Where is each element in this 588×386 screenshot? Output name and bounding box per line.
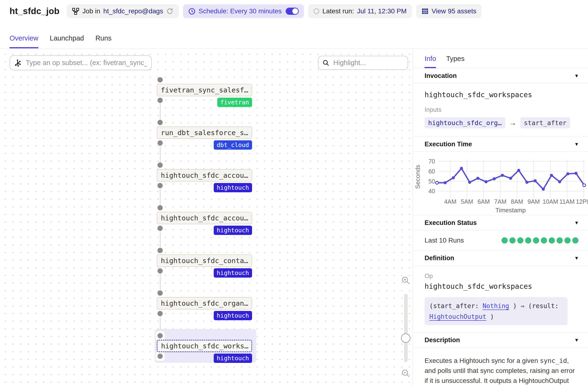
execution-time-chart-svg: 405060704AM5AM6AM7AM8AM9AM10AM11AM12PMTi… xyxy=(414,154,588,214)
invocation-section-header[interactable]: Invocation ▼ xyxy=(413,68,588,83)
node-output-handle xyxy=(157,140,163,146)
run-status-dot[interactable] xyxy=(533,237,539,243)
svg-text:40: 40 xyxy=(428,188,435,194)
run-status-dots xyxy=(502,237,578,243)
dag-node[interactable]: run_dbt_salesforce_s… xyxy=(157,127,252,139)
invocation-op-name: hightouch_sfdc_workspaces xyxy=(424,90,577,99)
node-tag[interactable]: hightouch xyxy=(214,183,252,192)
run-status-dot[interactable] xyxy=(565,237,571,243)
collapse-caret-icon: ▼ xyxy=(574,256,579,261)
svg-text:6AM: 6AM xyxy=(478,198,490,205)
svg-text:9AM: 9AM xyxy=(527,198,540,205)
node-output-handle xyxy=(157,183,163,188)
run-status-dot[interactable] xyxy=(502,237,508,243)
node-tag-row: hightouch xyxy=(157,183,252,192)
collapse-caret-icon: ▼ xyxy=(574,73,579,79)
signature-text: ) xyxy=(486,313,494,320)
run-status-dot[interactable] xyxy=(509,237,516,243)
node-input-handle xyxy=(157,248,163,253)
view-assets-pill[interactable]: View 95 assets xyxy=(416,4,482,18)
svg-text:50: 50 xyxy=(428,178,435,185)
execution-time-header-label: Execution Time xyxy=(424,141,472,148)
description-segment: Executes a Hightouch sync for a given xyxy=(424,357,540,364)
node-output-handle xyxy=(157,98,163,103)
execution-status-header-label: Execution Status xyxy=(424,219,477,227)
node-tag[interactable]: hightouch xyxy=(214,268,252,278)
node-output-handle xyxy=(157,226,163,231)
svg-text:10AM: 10AM xyxy=(543,198,558,205)
node-tag[interactable]: hightouch xyxy=(214,226,252,235)
node-input-handle xyxy=(157,333,163,338)
zoom-slider-track[interactable] xyxy=(404,294,408,362)
dag-canvas[interactable]: fivetran_sync_salesf…fivetranrun_dbt_sal… xyxy=(0,48,413,386)
svg-text:4AM: 4AM xyxy=(444,198,456,205)
execution-status-section-header[interactable]: Execution Status ▼ xyxy=(413,215,588,230)
svg-text:11AM: 11AM xyxy=(559,198,574,205)
node-output-handle xyxy=(157,311,163,316)
zoom-in-icon[interactable] xyxy=(401,276,410,286)
zoom-slider-thumb[interactable] xyxy=(401,333,411,343)
inputs-row: hightouch_sfdc_org… → start_after xyxy=(424,117,577,129)
node-tag[interactable]: fivetran xyxy=(217,98,252,107)
output-type-link[interactable]: HightouchOutput xyxy=(429,313,486,320)
definition-header-label: Definition xyxy=(424,255,454,262)
node-tag[interactable]: hightouch xyxy=(214,354,252,363)
node-input-handle xyxy=(157,163,163,168)
panel-tab-bar: InfoTypes xyxy=(413,48,588,68)
definition-body: Op hightouch_sfdc_workspaces (start_afte… xyxy=(413,266,588,333)
node-tag-row: hightouch xyxy=(157,354,252,363)
run-status-dot[interactable] xyxy=(572,237,578,243)
input-arrow-icon: → xyxy=(509,119,517,127)
node-tag-row: hightouch xyxy=(157,268,252,278)
op-label: Op xyxy=(424,272,577,280)
dag-node[interactable]: hightouch_sfdc_works… xyxy=(157,340,252,352)
svg-text:Seconds: Seconds xyxy=(414,165,421,189)
node-tag[interactable]: dbt_cloud xyxy=(214,140,252,150)
node-tag-row: hightouch xyxy=(157,226,252,235)
node-tag[interactable]: hightouch xyxy=(214,311,252,320)
svg-text:Timestamp: Timestamp xyxy=(495,207,526,214)
execution-time-section-header[interactable]: Execution Time ▼ xyxy=(413,137,588,152)
node-input-handle xyxy=(157,290,163,296)
svg-text:60: 60 xyxy=(428,168,435,175)
run-status-dot[interactable] xyxy=(517,237,524,243)
panel-tab-types[interactable]: Types xyxy=(446,55,464,68)
panel-tab-info[interactable]: Info xyxy=(424,55,436,68)
last-10-runs-label: Last 10 Runs xyxy=(424,236,464,244)
svg-text:12PM: 12PM xyxy=(576,198,588,205)
signature-text: (start_after: xyxy=(429,302,483,309)
input-source-chip[interactable]: hightouch_sfdc_org… xyxy=(424,117,505,129)
node-input-handle xyxy=(157,205,163,210)
run-status-dot[interactable] xyxy=(541,237,547,243)
collapse-caret-icon: ▼ xyxy=(574,142,579,147)
dag-node[interactable]: hightouch_sfdc_accou… xyxy=(157,212,252,224)
run-status-dot[interactable] xyxy=(549,237,555,243)
node-tag-row: fivetran xyxy=(157,98,252,107)
node-input-handle xyxy=(157,77,163,83)
node-output-handle xyxy=(157,354,163,359)
run-status-dot[interactable] xyxy=(525,237,531,243)
zoom-out-icon[interactable] xyxy=(401,369,410,379)
signature-text: ) ⇒ (result: xyxy=(509,302,558,309)
svg-text:5AM: 5AM xyxy=(461,198,473,205)
svg-text:70: 70 xyxy=(428,158,435,165)
dag-node[interactable]: hightouch_sfdc_organ… xyxy=(157,297,252,309)
invocation-body: hightouch_sfdc_workspaces Inputs hightou… xyxy=(413,83,588,137)
dag-node[interactable]: hightouch_sfdc_conta… xyxy=(157,255,252,267)
description-section-header[interactable]: Description ▼ xyxy=(413,333,588,348)
op-signature: (start_after: Nothing ) ⇒ (result: Hight… xyxy=(424,297,567,325)
node-input-handle xyxy=(157,120,163,125)
collapse-caret-icon: ▼ xyxy=(574,220,579,226)
input-type-link[interactable]: Nothing xyxy=(483,302,509,309)
run-status-dot[interactable] xyxy=(557,237,563,243)
node-tag-row: dbt_cloud xyxy=(157,140,252,150)
description-code: sync_id xyxy=(540,357,567,364)
node-output-handle xyxy=(157,268,163,274)
invocation-header-label: Invocation xyxy=(424,72,457,80)
dag-node[interactable]: fivetran_sync_salesf… xyxy=(157,84,252,96)
inputs-label: Inputs xyxy=(424,106,577,113)
dag-node[interactable]: hightouch_sfdc_accou… xyxy=(157,169,252,182)
definition-section-header[interactable]: Definition ▼ xyxy=(413,251,588,266)
execution-time-chart: 405060704AM5AM6AM7AM8AM9AM10AM11AM12PMTi… xyxy=(413,152,588,215)
description-text: Executes a Hightouch sync for a given sy… xyxy=(413,348,588,386)
